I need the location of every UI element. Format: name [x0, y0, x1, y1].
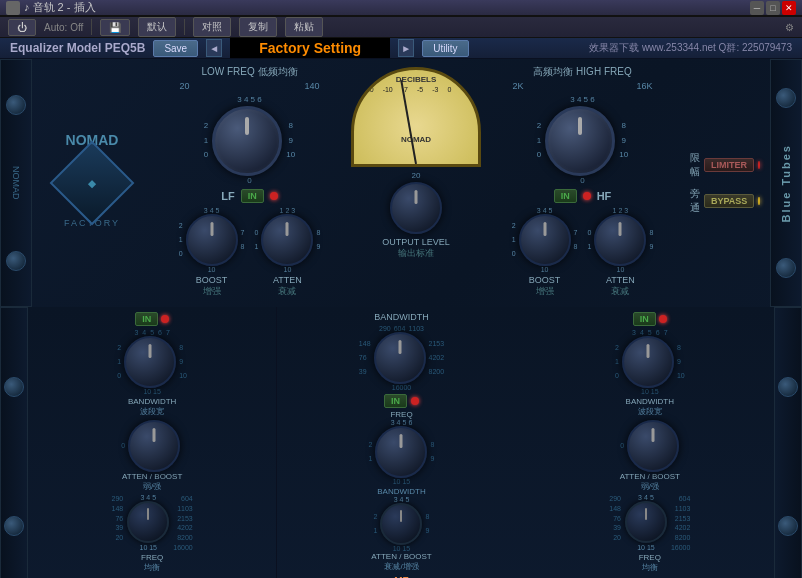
- lf-freq-knob[interactable]: [212, 106, 282, 176]
- hmf-bw-row: 210 8910: [615, 336, 685, 388]
- hf-in-button[interactable]: IN: [554, 189, 577, 203]
- hmf-freq-list: 290 148 76 39 20 345 10 15 604 1103: [609, 494, 690, 553]
- maximize-button[interactable]: □: [766, 1, 780, 15]
- close-button[interactable]: ✕: [782, 1, 796, 15]
- utility-button[interactable]: Utility: [422, 40, 468, 57]
- output-zh: 输出标准: [398, 247, 434, 260]
- mf-attenboost-knob[interactable]: [380, 503, 422, 545]
- mf-freq-knob[interactable]: [375, 426, 427, 478]
- lmf-in-button[interactable]: IN: [135, 312, 158, 326]
- lmf-bandwidth-knob[interactable]: [124, 336, 176, 388]
- divider-1: [91, 19, 92, 35]
- atten-label-lf: ATTEN: [273, 275, 302, 285]
- lf-boost-knob[interactable]: [186, 214, 238, 266]
- lf-in-row: LF IN: [221, 189, 277, 203]
- vu-scale: DECIBELS -20-10-7-5-30+3: [359, 75, 473, 93]
- deco-knob-3: [776, 88, 796, 108]
- lf-main-knob-area: 3 4 5 6 210 8910 0: [204, 95, 295, 185]
- mf-in-button[interactable]: IN: [384, 394, 407, 408]
- preset-name-display: Factory Setting: [230, 38, 390, 58]
- hmf-ab-zh: 弱/强: [641, 481, 659, 492]
- hmf-bw-label: BANDWIDTH: [626, 397, 674, 406]
- save-toolbar-button[interactable]: 💾: [100, 19, 130, 36]
- lf-label: LF: [221, 190, 234, 202]
- mf-freq-in-row: IN: [384, 394, 419, 408]
- lower-deco-1: [4, 377, 24, 397]
- lf-in-button[interactable]: IN: [241, 189, 264, 203]
- lower-deco-4: [778, 516, 798, 536]
- hf-in-row: IN HF: [554, 189, 612, 203]
- lmf-scale-top: 34567: [134, 329, 170, 336]
- default-button[interactable]: 默认: [138, 17, 176, 37]
- hf-boost-knob[interactable]: [519, 214, 571, 266]
- power-button[interactable]: ⏻: [8, 19, 36, 36]
- mf-bw-label: BANDWIDTH: [374, 312, 429, 322]
- atten-label-hf: ATTEN: [606, 275, 635, 285]
- hmf-bw-zh: 波段宽: [638, 406, 662, 417]
- output-low-label: 20: [412, 171, 421, 180]
- lmf-freq-values-right: 604 1103 2153 4202 8200 16000: [173, 494, 192, 553]
- prev-preset-button[interactable]: ◄: [206, 39, 222, 57]
- hmf-freq-values-left: 290 148 76 39 20: [609, 494, 621, 553]
- bypass-button[interactable]: BYPASS: [704, 194, 754, 208]
- mf-scale-top: 2906041103: [379, 325, 424, 332]
- lower-deco-2: [4, 516, 24, 536]
- mf-ab-scale: 345: [394, 496, 410, 503]
- lmf-freq-values-left: 290 148 76 39 20: [112, 494, 124, 553]
- hf-section: 高频均衡 HIGH FREQ 2K 16K 3 4 5 6 210 8910 0: [485, 59, 680, 307]
- hmf-in-button[interactable]: IN: [633, 312, 656, 326]
- lmf-bw-zh: 波段宽: [140, 406, 164, 417]
- lf-section: LOW FREQ 低频均衡 20 140 3 4 5 6 210 8910: [152, 59, 347, 307]
- hmf-scale-top: 34567: [632, 329, 668, 336]
- output-level-knob[interactable]: [390, 182, 442, 234]
- plugin-model-label: Equalizer Model PEQ5B: [10, 41, 145, 55]
- hmf-bandwidth-knob[interactable]: [622, 336, 674, 388]
- paste-button[interactable]: 粘贴: [285, 17, 323, 37]
- mf-bandwidth-knob[interactable]: [374, 332, 426, 384]
- hmf-freq-zh: 均衡: [642, 562, 658, 573]
- bypass-row: 旁通 BYPASS: [690, 187, 760, 215]
- hmf-freq-knob[interactable]: [625, 501, 667, 543]
- nomad-label: NOMAD: [11, 166, 21, 200]
- lower-left-deco: [0, 307, 28, 578]
- center-section: DECIBELS -20-10-7-5-30+3 NOMAD 20 OUTPUT…: [347, 59, 485, 307]
- plugin-body: NOMAD NOMAD ◆ FACTORY LOW FREQ 低频均衡 20: [0, 59, 802, 578]
- dual-button[interactable]: 对照: [193, 17, 231, 37]
- hmf-dot: [659, 315, 667, 323]
- lf-boost-area: 3 4 5 210 78 10 BOOST 增强: [179, 207, 245, 298]
- lmf-bw-row: 210 8910: [117, 336, 187, 388]
- hmf-band: IN 34567 210 8910 10 15 BANDWIDTH 波段宽 0: [526, 307, 774, 578]
- toolbar: ⏻ Auto: Off 💾 默认 对照 复制 粘贴 ⚙: [0, 17, 802, 38]
- lmf-freq-knob[interactable]: [127, 501, 169, 543]
- hmf-attenboost-knob[interactable]: [627, 420, 679, 472]
- boost-zh-hf: 增强: [536, 285, 554, 298]
- next-preset-button[interactable]: ►: [398, 39, 414, 57]
- mf-freq-label: FREQ: [390, 410, 412, 419]
- logo-area: NOMAD ◆ FACTORY: [32, 59, 152, 307]
- header-info-text: 效果器下载 www.253344.net Q群: 225079473: [589, 41, 792, 55]
- limiter-row: 限幅 LIMITER: [690, 151, 760, 179]
- lmf-freq-zh: 均衡: [144, 562, 160, 573]
- mf-top-controls: BANDWIDTH: [374, 312, 429, 322]
- deco-knob-4: [776, 258, 796, 278]
- output-level-area: 20 OUTPUT LEVEL 输出标准: [382, 171, 449, 260]
- low-freq-label: LOW FREQ 低频均衡: [201, 65, 297, 79]
- hmf-freq-knob-area: 345 10 15: [625, 494, 667, 553]
- lf-atten-knob[interactable]: [261, 214, 313, 266]
- hf-freq-knob[interactable]: [545, 106, 615, 176]
- minimize-button[interactable]: ─: [750, 1, 764, 15]
- limiter-button[interactable]: LIMITER: [704, 158, 754, 172]
- lmf-attenboost-knob[interactable]: [128, 420, 180, 472]
- copy-button[interactable]: 复制: [239, 17, 277, 37]
- lf-atten-area: 1 2 3 01 89 10 ATTEN 衰减: [255, 207, 321, 298]
- lmf-ab-label: ATTEN / BOOST: [122, 472, 182, 481]
- hf-atten-knob[interactable]: [594, 214, 646, 266]
- hf-active-dot: [583, 192, 591, 200]
- lf-bottom-knobs: 3 4 5 210 78 10 BOOST 增强 1 2 3: [179, 207, 321, 298]
- bypass-label: 旁通: [690, 187, 700, 215]
- save-preset-button[interactable]: Save: [153, 40, 198, 57]
- mf-ab-zh: 衰减/增强: [384, 561, 418, 572]
- lower-section: IN 34567 210 8910 10 15 BANDWIDTH 波段宽: [0, 307, 802, 578]
- left-deco: NOMAD: [0, 59, 32, 307]
- title-bar-right: ─ □ ✕: [750, 1, 796, 15]
